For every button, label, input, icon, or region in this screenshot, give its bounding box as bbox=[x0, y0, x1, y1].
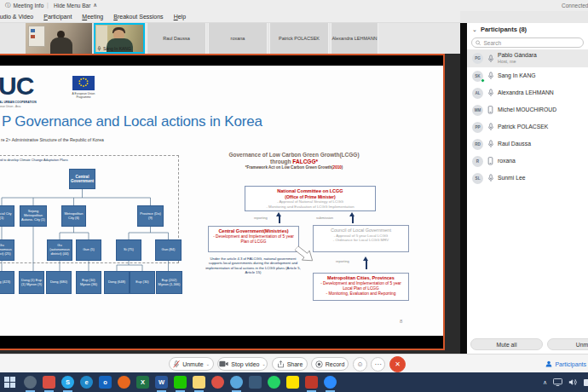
mic-icon bbox=[487, 123, 494, 131]
unmute-all-button[interactable]: Unmute all bbox=[547, 338, 588, 350]
reactions-button[interactable]: ☺ bbox=[353, 357, 367, 372]
avatar: SK bbox=[472, 71, 483, 82]
up-arrow bbox=[349, 212, 355, 223]
taskbar-icon-zoom[interactable] bbox=[324, 376, 337, 389]
close-icon: ✕ bbox=[395, 360, 401, 368]
reporting-label: reporting bbox=[254, 216, 268, 220]
name-tile[interactable]: Patrick POLACSEK bbox=[269, 23, 329, 54]
lcgg-title: Governance of Low Carbon Green Growth(LC… bbox=[204, 152, 384, 158]
mic-icon bbox=[487, 140, 494, 148]
menu-breakout-sessions[interactable]: Breakout Sessions bbox=[113, 14, 163, 20]
participants-toggle-button[interactable]: Participants bbox=[545, 360, 586, 367]
org-box: Province (Do) (9) bbox=[137, 205, 164, 227]
system-tray: ∧ bbox=[543, 372, 588, 392]
chevron-down-icon[interactable]: ⌄ bbox=[206, 361, 210, 366]
menu-participant[interactable]: Participant bbox=[43, 14, 72, 20]
mic-icon bbox=[487, 55, 494, 63]
participant-row[interactable]: AL Alexandra LEHMANN bbox=[467, 84, 588, 101]
org-box: Metropolitan City (6) bbox=[61, 205, 86, 227]
org-box: Eup (202) Myeon (1,166) bbox=[156, 271, 182, 294]
taskbar-icon-excel[interactable]: X bbox=[136, 376, 149, 389]
titlebar: ⓘ Meeting Info | Hide Menu Bar ∧ Connect… bbox=[0, 0, 588, 11]
org-box: Gun (5) bbox=[76, 239, 101, 261]
slide-title: P Governance and Local actions in Korea bbox=[2, 113, 262, 130]
page-number: 8 bbox=[400, 319, 402, 324]
participant-row[interactable]: PG Pablo GándaraHost, me bbox=[467, 49, 588, 67]
mic-muted-icon bbox=[173, 360, 180, 368]
name-tile[interactable]: Alexandra LEHMANN bbox=[331, 23, 378, 54]
mute-all-button[interactable]: Mute all bbox=[470, 338, 543, 350]
taskbar-icon-app-blue[interactable] bbox=[230, 376, 243, 389]
org-box: Gun (84) bbox=[155, 239, 182, 261]
network-display-icon[interactable] bbox=[553, 378, 562, 386]
video-filmstrip: Sang In KANG Raul Daussa roxana Patrick … bbox=[0, 23, 460, 54]
avatar: SL bbox=[472, 173, 483, 184]
org-box: Dong (423) bbox=[0, 271, 14, 294]
taskbar-icon-app-navy[interactable] bbox=[249, 376, 262, 389]
avatar: R bbox=[472, 156, 483, 167]
share-icon bbox=[277, 360, 285, 368]
search-input[interactable] bbox=[483, 40, 579, 46]
leave-meeting-button[interactable]: ✕ bbox=[389, 356, 406, 372]
more-options-button[interactable]: ⋯ bbox=[371, 357, 385, 372]
share-button[interactable]: Share bbox=[272, 357, 308, 371]
participant-row[interactable]: SL Sunmi Lee bbox=[467, 170, 588, 187]
panel-divider bbox=[460, 23, 467, 354]
host-label: Host, me bbox=[498, 59, 537, 64]
participant-row[interactable]: MM Michel MOUCHIROUD bbox=[467, 101, 588, 118]
avatar: AL bbox=[472, 88, 483, 99]
chevron-down-icon[interactable]: ⌄ bbox=[262, 361, 265, 366]
up-arrow bbox=[276, 212, 282, 223]
org-box: Dong (648) bbox=[104, 271, 130, 294]
participant-row[interactable]: SK Sang In KANG bbox=[467, 67, 588, 84]
submission-label: submission bbox=[316, 216, 333, 220]
speaker-icon[interactable] bbox=[568, 378, 577, 386]
start-button[interactable] bbox=[4, 377, 15, 388]
name-tile[interactable]: Raul Daussa bbox=[147, 23, 206, 54]
taskbar-icon-chrome[interactable] bbox=[211, 376, 224, 389]
menu-meeting[interactable]: Meeting bbox=[82, 14, 103, 20]
unmute-button[interactable]: Unmute ⌄ bbox=[169, 357, 214, 371]
taskbar-icon-word[interactable]: W bbox=[155, 376, 168, 389]
stop-video-button[interactable]: Stop video ⌄ bbox=[217, 357, 268, 371]
participants-list: PG Pablo GándaraHost, me SK Sang In KANG… bbox=[467, 49, 588, 187]
participant-row[interactable]: R roxana bbox=[467, 153, 588, 170]
meeting-info-button[interactable]: ⓘ Meeting Info bbox=[5, 2, 43, 9]
tray-caret-icon[interactable]: ∧ bbox=[543, 379, 547, 386]
iuc-logo: UC bbox=[0, 73, 33, 99]
menu-help[interactable]: Help bbox=[174, 14, 186, 20]
video-tile-active-speaker[interactable]: Sang In KANG bbox=[94, 23, 145, 54]
taskbar-icon-app-red-white[interactable] bbox=[43, 376, 55, 389]
record-button[interactable]: Record bbox=[311, 357, 349, 371]
taskbar-icon-app-red[interactable] bbox=[305, 376, 318, 389]
share-top-bar bbox=[0, 55, 443, 66]
avatar: MM bbox=[472, 105, 483, 116]
taskbar-icon-kakaotalk[interactable] bbox=[286, 376, 299, 389]
org-box: Gu (autonomous district) (25) bbox=[0, 239, 14, 261]
tray-icon-partial[interactable] bbox=[583, 378, 588, 387]
lcgg-note: Under the article 4.3 of FALCGG, nationa… bbox=[205, 257, 301, 275]
taskbar-icon-skype[interactable]: S bbox=[61, 376, 74, 389]
eu-flag-logo bbox=[72, 76, 95, 90]
taskbar-icon-cloud-green[interactable] bbox=[174, 376, 187, 389]
phone-icon bbox=[487, 106, 494, 114]
hide-menu-bar-button[interactable]: Hide Menu Bar ∧ bbox=[54, 2, 97, 9]
participants-search[interactable] bbox=[471, 37, 584, 48]
participants-header[interactable]: ⌄ Participants (8) bbox=[472, 26, 527, 33]
taskbar-icon-outlook[interactable]: o bbox=[99, 376, 112, 389]
video-tile-1[interactable] bbox=[26, 23, 92, 54]
taskbar-icon-firefox[interactable] bbox=[118, 376, 130, 389]
participant-row[interactable]: RD Raul Daussa bbox=[467, 135, 588, 153]
taskbar-icon-edge[interactable]: e bbox=[80, 376, 93, 389]
taskbar-icon-people[interactable] bbox=[24, 376, 37, 389]
org-box: Si (75) bbox=[116, 239, 141, 261]
menu-audio-video[interactable]: Audio & Video bbox=[0, 14, 33, 20]
taskbar-icon-file-explorer[interactable] bbox=[193, 376, 205, 389]
name-tile[interactable]: roxana bbox=[208, 23, 268, 54]
taskbar-icon-whatsapp[interactable] bbox=[268, 376, 280, 389]
mic-icon bbox=[487, 72, 494, 80]
participant-row[interactable]: PP Patrick POLACSEK bbox=[467, 118, 588, 135]
phone-icon bbox=[487, 157, 494, 165]
lcgg-central-government-box: Central Government(Ministries) - Develop… bbox=[208, 226, 299, 252]
org-box: Eup (10) Myeon (36) bbox=[76, 271, 101, 294]
